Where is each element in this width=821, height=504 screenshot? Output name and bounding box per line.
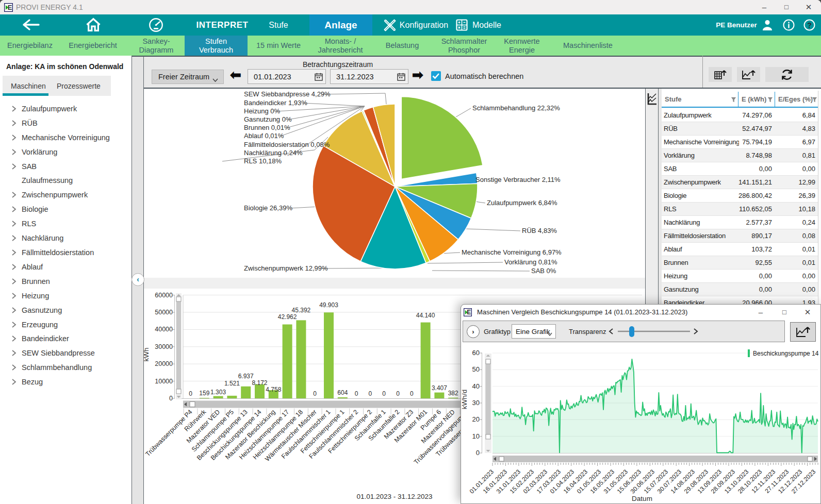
svg-text:44.140: 44.140: [416, 312, 435, 319]
svg-text:3.407: 3.407: [432, 384, 447, 392]
svg-text:49.903: 49.903: [319, 301, 338, 309]
svg-text:Sonstige Verbraucher 2,11%: Sonstige Verbraucher 2,11%: [475, 176, 561, 183]
svg-text:4.758: 4.758: [266, 386, 281, 393]
svg-text:10000: 10000: [155, 378, 173, 385]
svg-text:Nachklärung 0,24%: Nachklärung 0,24%: [244, 149, 303, 157]
svg-text:50000: 50000: [155, 309, 173, 316]
svg-text:Fällmitteldosierstation 0,08%: Fällmitteldosierstation 0,08%: [244, 141, 330, 148]
svg-text:Gasnutzung 0%: Gasnutzung 0%: [244, 115, 292, 123]
svg-text:SAB 0%: SAB 0%: [531, 267, 556, 275]
svg-text:Mechanische Vorreinigung 6,97%: Mechanische Vorreinigung 6,97%: [462, 248, 562, 256]
svg-text:604: 604: [337, 389, 348, 396]
svg-text:159: 159: [199, 390, 209, 397]
svg-text:Heizung 0%: Heizung 0%: [244, 107, 281, 115]
svg-text:40000: 40000: [155, 326, 173, 333]
svg-text:Ablauf 0,01%: Ablauf 0,01%: [244, 132, 284, 140]
svg-text:Schlammbehandlung 22,32%: Schlammbehandlung 22,32%: [472, 104, 560, 112]
svg-text:SEW Siebbandpresse 4,29%: SEW Siebbandpresse 4,29%: [244, 90, 331, 98]
svg-text:kWh: kWh: [142, 348, 150, 362]
svg-text:1.303: 1.303: [210, 389, 226, 396]
svg-text:Trübwasserpumpe P4: Trübwasserpumpe P4: [144, 408, 194, 458]
svg-text:Zulaufpumpwerk 6,84%: Zulaufpumpwerk 6,84%: [487, 199, 557, 207]
svg-text:Brunnen 0,01%: Brunnen 0,01%: [244, 124, 290, 131]
svg-text:01.01.2023 - 31.12.2023: 01.01.2023 - 31.12.2023: [356, 493, 432, 500]
svg-text:RLS 10,18%: RLS 10,18%: [244, 157, 282, 165]
svg-text:0: 0: [410, 390, 414, 397]
svg-text:20000: 20000: [155, 360, 173, 367]
svg-text:45.392: 45.392: [292, 307, 311, 314]
svg-text:RÜB 4,83%: RÜB 4,83%: [522, 227, 557, 234]
svg-text:0: 0: [313, 390, 317, 397]
svg-text:0: 0: [396, 390, 400, 397]
svg-text:0: 0: [189, 390, 192, 397]
svg-text:6.937: 6.937: [238, 373, 254, 380]
svg-text:0: 0: [382, 390, 386, 397]
svg-text:1.521: 1.521: [224, 380, 240, 387]
svg-text:60000: 60000: [155, 292, 173, 299]
svg-text:Vorklärung 0,81%: Vorklärung 0,81%: [504, 258, 557, 266]
svg-text:30000: 30000: [155, 343, 173, 350]
svg-text:0: 0: [355, 390, 358, 397]
svg-text:Bandeindicker 1,93%: Bandeindicker 1,93%: [244, 99, 307, 107]
svg-text:Zwischenpumpwerk 12,99%: Zwischenpumpwerk 12,99%: [244, 264, 328, 272]
svg-text:Biologie 26,39%: Biologie 26,39%: [244, 204, 292, 212]
svg-text:E: E: [467, 309, 471, 316]
svg-text:42.962: 42.962: [278, 313, 297, 321]
svg-text:8.172: 8.172: [252, 379, 267, 387]
svg-text:382: 382: [448, 390, 458, 397]
svg-text:0: 0: [369, 390, 372, 397]
